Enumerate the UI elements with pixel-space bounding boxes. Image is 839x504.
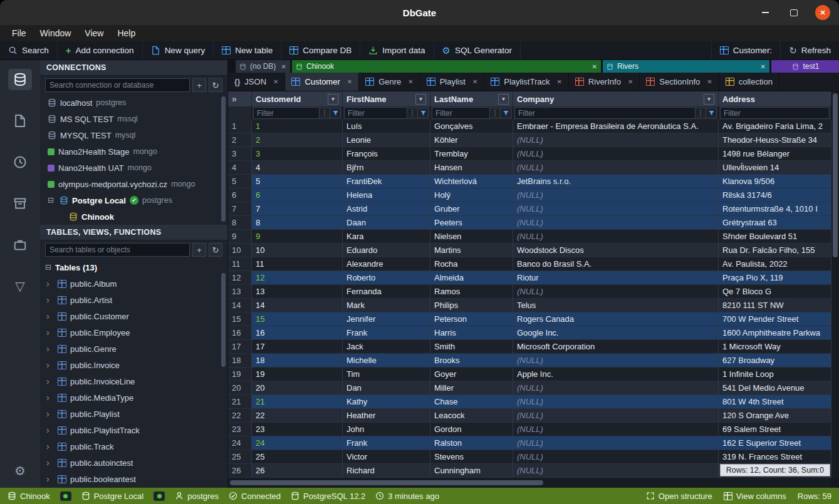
close-icon[interactable]: ✕ [592,63,597,70]
statusbar-connection[interactable]: Postgre Local [81,491,144,501]
cell-firstname[interactable]: FrantiĐek [343,175,430,188]
cell-firstname[interactable]: Frank [343,326,430,340]
cell-address[interactable]: Klanova 9/506 [719,175,831,188]
cell-company[interactable]: (NULL) [513,395,719,409]
cell-address[interactable]: 541 Del Medio Avenue [719,381,831,395]
filter-menu-icon[interactable]: ⋮ [320,108,330,118]
rail-filter-icon[interactable]: ▽ [8,275,32,297]
table-row[interactable]: 8 8 Daan Peeters (NULL) Grétrystraat 63 [228,216,831,230]
menu-item[interactable]: Window [33,28,78,38]
cell-firstname[interactable]: Kara [343,230,430,244]
chevron-right-icon[interactable]: › [46,295,54,305]
chevron-right-icon[interactable]: › [46,311,54,321]
cell-company[interactable]: (NULL) [513,423,719,436]
filter-menu-icon[interactable]: ⋮ [696,108,706,118]
cell-address[interactable]: Rilská 3174/6 [719,188,831,202]
cell-lastname[interactable]: Harris [430,326,513,340]
row-number[interactable]: 21 [228,395,252,409]
refresh-tables-button[interactable]: ↻ [209,243,222,257]
file-tab[interactable]: PlaylistTrack ✕ [484,73,569,91]
row-number[interactable]: 16 [228,326,252,340]
tables-scrollbar[interactable] [221,273,226,367]
cell-company[interactable]: (NULL) [513,285,719,299]
cell-customerid[interactable]: 15 [252,312,343,326]
filter-input[interactable] [432,107,490,119]
cell-customerid[interactable]: 7 [252,202,343,216]
cell-firstname[interactable]: Fernanda [343,285,430,299]
cell-address[interactable]: Praça Pio X, 119 [719,271,831,285]
file-tab[interactable]: {} JSON ✕ [228,73,285,91]
cell-address[interactable]: 700 W Pender Street [719,312,831,326]
close-icon[interactable]: ✕ [347,78,352,85]
table-row[interactable]: 17 17 Jack Smith Microsoft Corporation 1… [228,340,831,354]
filter-input[interactable] [720,107,830,119]
cell-address[interactable]: Grétrystraat 63 [719,216,831,230]
table-list-item[interactable]: › public.booleantest [40,471,227,487]
cell-firstname[interactable]: Dan [343,381,430,395]
table-row[interactable]: 10 10 Eduardo Martins Woodstock Discos R… [228,244,831,257]
table-list-item[interactable]: › public.Track [40,438,227,455]
cell-lastname[interactable]: Miller [430,381,513,395]
row-number[interactable]: 10 [228,244,252,257]
cell-firstname[interactable]: John [343,423,430,436]
cell-company[interactable]: Banco do Brasil S.A. [513,257,719,271]
row-number[interactable]: 5 [228,175,252,188]
open-structure-button[interactable]: Open structure [646,491,712,501]
cell-customerid[interactable]: 14 [252,299,343,312]
cell-lastname[interactable]: Peeters [430,216,513,230]
cell-address[interactable]: Av. Paulista, 2022 [719,257,831,271]
cell-lastname[interactable]: Philips [430,299,513,312]
cell-company[interactable]: (NULL) [513,436,719,450]
row-number[interactable]: 8 [228,216,252,230]
cell-customerid[interactable]: 9 [252,230,343,244]
cell-customerid[interactable]: 12 [252,271,343,285]
column-header-address[interactable]: Address [719,91,831,106]
row-number[interactable]: 15 [228,312,252,326]
database-tab[interactable]: (no DB) ✕ [236,60,290,73]
cell-firstname[interactable]: Eduardo [343,244,430,257]
table-row[interactable]: 22 22 Heather Leacock (NULL) 120 S Orang… [228,409,831,423]
chevron-right-icon[interactable]: › [46,474,54,484]
menu-item[interactable]: Help [110,28,142,38]
filter-input[interactable] [253,107,320,119]
row-number[interactable]: 2 [228,133,252,147]
grid-horizontal-scrollbar[interactable] [228,478,831,488]
table-row[interactable]: 20 20 Dan Miller (NULL) 541 Del Medio Av… [228,381,831,395]
cell-customerid[interactable]: 25 [252,450,343,464]
cell-lastname[interactable]: Rocha [430,257,513,271]
search-button[interactable]: Search [0,41,58,59]
chevron-right-icon[interactable]: › [46,279,54,289]
compare-db-button[interactable]: Compare DB [281,41,360,59]
table-list-item[interactable]: › public.Artist [40,292,227,308]
cell-firstname[interactable]: Luís [343,120,430,133]
row-number[interactable]: 9 [228,230,252,244]
cell-address[interactable]: Theodor-Heuss-Straße 34 [719,133,831,147]
cell-customerid[interactable]: 22 [252,409,343,423]
file-tab[interactable]: SectionInfo ✕ [640,73,719,91]
cell-customerid[interactable]: 20 [252,381,343,395]
table-list-item[interactable]: › public.autoinctest [40,455,227,471]
cell-customerid[interactable]: 4 [252,161,343,175]
cell-firstname[interactable]: Jennifer [343,312,430,326]
table-row[interactable]: 9 9 Kara Nielsen (NULL) Sřnder Boulevard… [228,230,831,244]
row-number[interactable]: 12 [228,271,252,285]
cell-address[interactable]: 1600 Amphitheatre Parkwa [719,326,831,340]
table-row[interactable]: 16 16 Frank Harris Google Inc. 1600 Amph… [228,326,831,340]
cell-lastname[interactable]: Leacock [430,409,513,423]
cell-address[interactable]: Qe 7 Bloco G [719,285,831,299]
cell-firstname[interactable]: Victor [343,450,430,464]
table-row[interactable]: 5 5 FrantiĐek Wichterlová JetBrains s.r.… [228,175,831,188]
file-tab[interactable]: Genre ✕ [359,73,420,91]
cell-customerid[interactable]: 6 [252,188,343,202]
cell-customerid[interactable]: 24 [252,436,343,450]
table-list-item[interactable]: › public.Employee [40,324,227,341]
table-row[interactable]: 3 3 François Tremblay (NULL) 1498 rue Bé… [228,147,831,161]
cell-company[interactable]: (NULL) [513,188,719,202]
cell-firstname[interactable]: Richard [343,464,430,478]
cell-company[interactable]: (NULL) [513,450,719,464]
cell-firstname[interactable]: Alexandre [343,257,430,271]
cell-company[interactable]: (NULL) [513,147,719,161]
cell-lastname[interactable]: Holý [430,188,513,202]
cell-firstname[interactable]: Bjřrn [343,161,430,175]
cell-lastname[interactable]: Köhler [430,133,513,147]
